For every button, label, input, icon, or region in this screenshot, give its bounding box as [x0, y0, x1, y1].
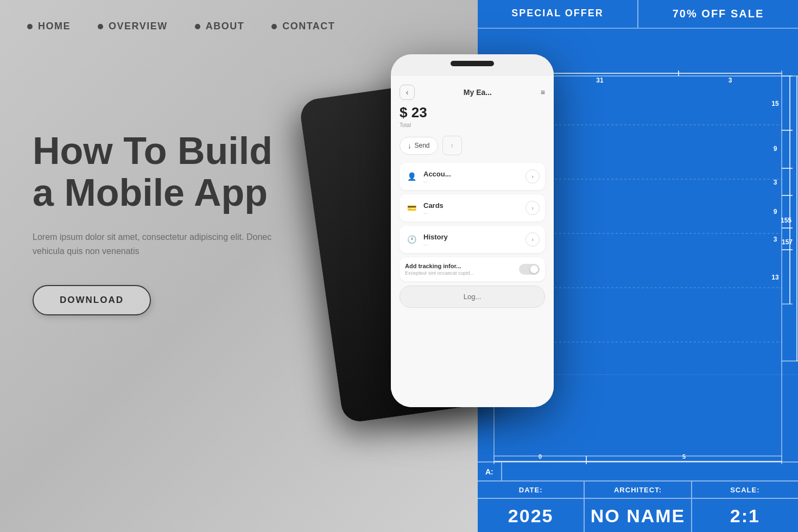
svg-text:9: 9 [774, 208, 777, 216]
phone-screen: ‹ My Ea... ≡ $ 23 Total ↓ Send ↑ [391, 54, 554, 407]
nav-label-overview: OVERVIEW [109, 21, 168, 32]
app-login-button[interactable]: Log... [400, 286, 545, 308]
history-text: History ... [423, 233, 448, 246]
send-down-icon: ↓ [408, 142, 411, 150]
tracking-sub: Excepteur sint occaecat cupid... [405, 270, 474, 276]
footer-architect-label: ARCHITECT: [585, 482, 692, 498]
app-back-button[interactable]: ‹ [400, 85, 415, 100]
download-button[interactable]: DOWNLOAD [33, 285, 151, 315]
cards-icon: 💳 [405, 201, 418, 214]
account-icon: 👤 [405, 170, 418, 183]
account-sub: ... [423, 178, 451, 183]
svg-text:9: 9 [774, 145, 777, 153]
account-label: Accou... [423, 170, 451, 178]
tracking-title: Add tracking infor... [405, 263, 474, 269]
footer-date-value: 2025 [478, 499, 585, 532]
footer-scale-label: SCALE: [692, 482, 798, 498]
nav-label-about: ABOUT [206, 21, 245, 32]
app-upload-button[interactable]: ↑ [442, 136, 462, 155]
svg-text:3: 3 [774, 236, 777, 243]
phone-notch [451, 61, 494, 66]
phone-front: ‹ My Ea... ≡ $ 23 Total ↓ Send ↑ [391, 54, 554, 407]
nav-overview[interactable]: OVERVIEW [98, 21, 168, 32]
svg-text:15: 15 [771, 100, 779, 107]
app-send-row: ↓ Send ↑ [400, 136, 545, 155]
app-balance-label: Total [400, 122, 545, 128]
app-menu-left-history: 🕐 History ... [405, 233, 448, 246]
special-offer-banner: SPECIAL OFFER 70% OFF SALE [478, 0, 798, 29]
special-offer-label: SPECIAL OFFER [478, 0, 638, 28]
footer-date-label: DATE: [478, 482, 585, 498]
history-sub: ... [423, 241, 448, 246]
nav-dot-overview [98, 24, 103, 29]
footer-row-labels: DATE: ARCHITECT: SCALE: [478, 482, 798, 499]
footer-architect-value: NO NAME [585, 499, 692, 532]
nav-home[interactable]: HOME [27, 21, 71, 32]
app-screen-title: My Ea... [464, 88, 492, 97]
cards-chevron-icon: › [525, 201, 540, 215]
app-menu-item-history[interactable]: 🕐 History ... › [400, 226, 545, 253]
footer-row-values: 2025 NO NAME 2:1 [478, 499, 798, 532]
svg-text:157: 157 [782, 238, 793, 246]
app-menu-item-cards[interactable]: 💳 Cards ... › [400, 194, 545, 221]
tracking-toggle[interactable] [519, 264, 540, 275]
app-tracking-section: Add tracking infor... Excepteur sint occ… [400, 257, 545, 281]
left-section: HOME OVERVIEW ABOUT CONTACT How To Build… [0, 0, 478, 532]
cards-text: Cards ... [423, 201, 444, 215]
cards-sub: ... [423, 210, 444, 215]
account-chevron-icon: › [525, 169, 540, 183]
svg-text:3: 3 [774, 179, 777, 186]
svg-text:155: 155 [781, 217, 791, 224]
nav-about[interactable]: ABOUT [195, 21, 245, 32]
footer-scale-value: 2:1 [692, 499, 798, 532]
cards-label: Cards [423, 201, 444, 210]
app-send-button[interactable]: ↓ Send [400, 137, 438, 155]
app-menu-button[interactable]: ≡ [541, 88, 545, 97]
app-header: ‹ My Ea... ≡ [400, 85, 545, 100]
nav-label-contact: CONTACT [282, 21, 335, 32]
nav-dot-home [27, 24, 33, 29]
hero-description: Lorem ipsum dolor sit amet, consectetur … [33, 230, 293, 258]
nav-dot-about [195, 24, 200, 29]
toggle-thumb [530, 265, 539, 274]
history-chevron-icon: › [525, 232, 540, 246]
app-content: ‹ My Ea... ≡ $ 23 Total ↓ Send ↑ [391, 76, 554, 407]
nav-contact[interactable]: CONTACT [271, 21, 335, 32]
app-balance: $ 23 [400, 104, 545, 121]
app-menu-left-cards: 💳 Cards ... [405, 201, 444, 215]
svg-text:13: 13 [771, 274, 779, 281]
app-send-label: Send [415, 142, 430, 149]
svg-text:3: 3 [729, 77, 732, 84]
navigation: HOME OVERVIEW ABOUT CONTACT [0, 0, 478, 53]
app-menu-item-account[interactable]: 👤 Accou... ... › [400, 163, 545, 190]
phone-wrapper: ‹ My Ea... ≡ $ 23 Total ↓ Send ↑ [315, 54, 684, 478]
history-icon: 🕐 [405, 233, 418, 246]
hero-title: How To Build a Mobile App [33, 130, 293, 214]
history-label: History [423, 233, 448, 241]
tracking-info: Add tracking infor... Excepteur sint occ… [405, 263, 474, 276]
app-menu-left-account: 👤 Accou... ... [405, 170, 451, 183]
hero-content: How To Build a Mobile App Lorem ipsum do… [33, 130, 293, 315]
sale-label: 70% OFF SALE [638, 0, 798, 28]
nav-dot-contact [271, 24, 277, 29]
nav-label-home: HOME [38, 21, 71, 32]
account-text: Accou... ... [423, 170, 451, 183]
